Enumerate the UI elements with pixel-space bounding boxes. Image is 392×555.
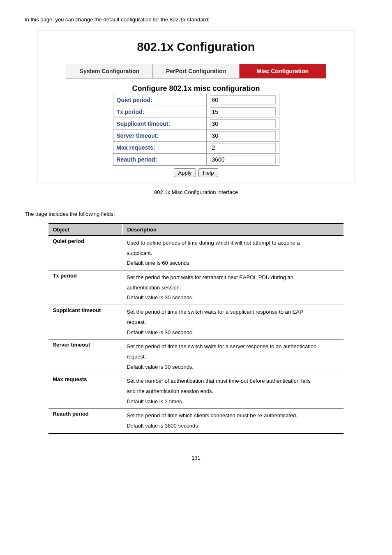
figure-caption: 802.1x Misc Configuration interface [25, 189, 367, 195]
input-server-timeout[interactable] [210, 131, 276, 140]
desc-object-label: Tx period [48, 271, 122, 305]
desc-object-label: Supplicant timeout [48, 305, 122, 340]
page-number: 131 [25, 455, 367, 461]
fields-intro: The page includes the following fields: [25, 211, 367, 217]
tab-system-configuration[interactable]: System Configuration [66, 64, 153, 78]
label-tx-period: Tx period: [113, 106, 206, 118]
desc-line: request. [127, 317, 339, 328]
desc-line: Set the period of time the switch waits … [127, 342, 339, 352]
button-row: Apply Help [37, 168, 355, 177]
desc-header-object: Object [48, 224, 122, 236]
desc-object-label: Quiet period [48, 236, 122, 271]
description-table: Object Description Quiet period Used to … [48, 223, 343, 434]
input-tx-period[interactable] [210, 107, 276, 116]
label-supplicant-timeout: Supplicant timeout: [113, 118, 206, 130]
row-supplicant-timeout: Supplicant timeout: [113, 118, 279, 130]
desc-line: Set the period of time which clients con… [127, 411, 339, 421]
desc-row: Max requests Set the number of authentic… [48, 374, 343, 409]
desc-line: Set the period the port waits for retran… [127, 273, 339, 283]
desc-row: Tx period Set the period the port waits … [48, 271, 343, 305]
input-quiet-period[interactable] [210, 95, 276, 104]
label-reauth-period: Reauth period: [113, 154, 206, 166]
desc-line: request. [127, 352, 339, 362]
desc-line: Set the period of time the switch waits … [127, 307, 339, 317]
desc-row: Reauth period Set the period of time whi… [48, 409, 343, 433]
section-heading: Configure 802.1x misc configuration [37, 84, 355, 93]
input-supplicant-timeout[interactable] [210, 119, 276, 128]
desc-object-text: Used to define periods of time during wh… [122, 236, 343, 271]
tabs-row: System Configuration PerPort Configurati… [66, 64, 326, 79]
help-button[interactable]: Help [198, 168, 219, 177]
desc-row: Quiet period Used to define periods of t… [48, 236, 343, 271]
desc-line: supplicant. [127, 248, 339, 259]
desc-object-label: Reauth period [48, 409, 122, 433]
input-max-requests[interactable] [210, 143, 276, 152]
apply-button[interactable]: Apply [174, 168, 196, 177]
desc-object-text: Set the period the port waits for retran… [122, 271, 343, 305]
config-figure: 802.1x Configuration System Configuratio… [37, 30, 355, 183]
tab-misc-configuration[interactable]: Misc Configuration [240, 64, 326, 78]
desc-line: Default value is 30 seconds. [127, 328, 339, 338]
desc-object-label: Max requests [48, 374, 122, 409]
row-server-timeout: Server timeout: [113, 130, 279, 142]
label-max-requests: Max requests: [113, 142, 206, 154]
desc-line: Default value is 30 seconds. [127, 362, 339, 372]
label-server-timeout: Server timeout: [113, 130, 206, 142]
desc-line: and the authentication session ends. [127, 386, 339, 397]
figure-title: 802.1x Configuration [37, 40, 355, 54]
desc-line: Default value is 3600 seconds [127, 421, 339, 431]
config-form-table: Quiet period: Tx period: Supplicant time… [113, 94, 279, 166]
desc-line: authentication session. [127, 283, 339, 293]
desc-object-text: Set the period of time the switch waits … [122, 305, 343, 340]
label-quiet-period: Quiet period: [113, 94, 206, 106]
desc-object-text: Set the number of authentication that mu… [122, 374, 343, 409]
desc-object-text: Set the period of time which clients con… [122, 409, 343, 433]
desc-header-description: Description [122, 224, 343, 236]
row-reauth-period: Reauth period: [113, 154, 279, 166]
desc-object-label: Server timeout [48, 340, 122, 374]
intro-text: In this page, you can change the default… [25, 16, 367, 23]
desc-line: Default value is 2 times. [127, 397, 339, 407]
page-root: In this page, you can change the default… [0, 0, 392, 469]
input-reauth-period[interactable] [210, 155, 276, 164]
desc-line: Set the number of authentication that mu… [127, 376, 339, 386]
desc-line: Used to define periods of time during wh… [127, 238, 339, 248]
desc-object-text: Set the period of time the switch waits … [122, 340, 343, 374]
row-quiet-period: Quiet period: [113, 94, 279, 106]
desc-line: Default time is 60 seconds. [127, 258, 339, 268]
row-max-requests: Max requests: [113, 142, 279, 154]
desc-row: Supplicant timeout Set the period of tim… [48, 305, 343, 340]
desc-row: Server timeout Set the period of time th… [48, 340, 343, 374]
tab-perport-configuration[interactable]: PerPort Configuration [153, 64, 240, 78]
row-tx-period: Tx period: [113, 106, 279, 118]
desc-line: Default value is 30 seconds. [127, 293, 339, 303]
